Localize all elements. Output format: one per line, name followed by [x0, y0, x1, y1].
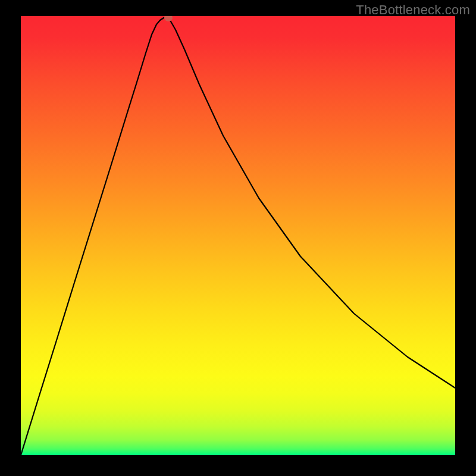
bottleneck-curve	[21, 16, 455, 455]
chart-frame: TheBottleneck.com	[0, 0, 476, 476]
plot-area	[21, 16, 455, 455]
watermark-text: TheBottleneck.com	[356, 2, 470, 18]
